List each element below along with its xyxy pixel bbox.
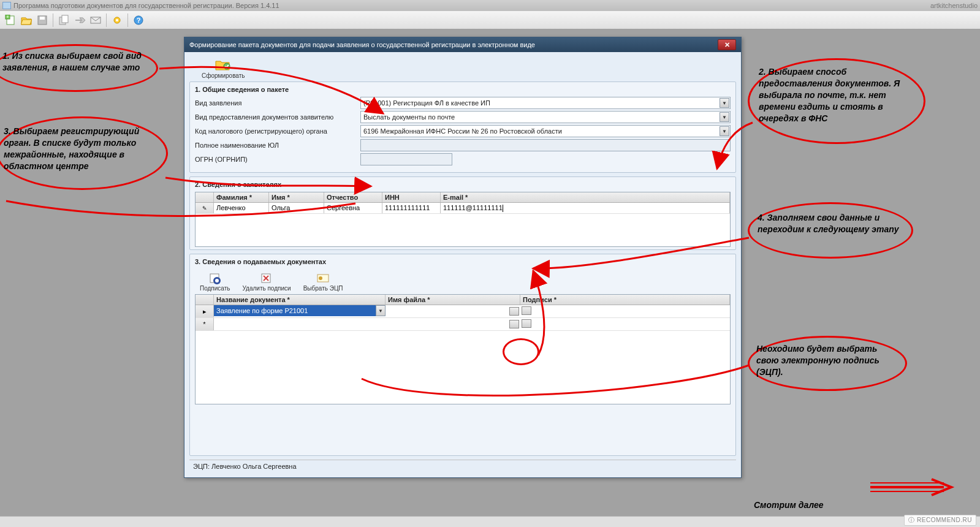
form-button[interactable]: Сформировать — [202, 56, 245, 79]
section-3-title: 3. Сведения о подаваемых документах — [195, 258, 731, 265]
svg-point-9 — [116, 19, 118, 21]
seal-icon — [208, 271, 222, 285]
annotation-2: 2. Выбираем способ предоставления докуме… — [759, 66, 916, 124]
document-row-new[interactable]: * — [196, 318, 730, 331]
certificate-icon — [316, 271, 330, 285]
new-file-icon[interactable]: + — [4, 13, 17, 27]
footer-scrollbar[interactable] — [0, 516, 980, 527]
app-title: Программа подготовки документов для госу… — [13, 2, 279, 9]
file-button[interactable] — [509, 307, 519, 316]
section-2-title: 2. Сведения о заявителях — [195, 181, 731, 188]
file-button[interactable] — [509, 320, 519, 328]
application-type-dropdown[interactable]: (Р21001) Регистрация ФЛ в качестве ИП ▼ — [360, 97, 731, 109]
col-doc-name: Название документа * — [214, 295, 386, 305]
svg-rect-4 — [40, 17, 45, 20]
col-firstname: Имя * — [269, 192, 324, 202]
chevron-down-icon[interactable]: ▼ — [720, 112, 729, 122]
select-ecp-button[interactable]: Выбрать ЭЦП — [303, 271, 343, 292]
tax-office-dropdown[interactable]: 6196 Межрайонная ИФНС России № 26 по Рос… — [360, 125, 731, 137]
field-label-ogrn: ОГРН (ОГРНИП) — [195, 156, 360, 163]
col-lastname: Фамилия * — [214, 192, 269, 202]
signature-button[interactable] — [522, 319, 531, 328]
svg-point-20 — [319, 276, 322, 280]
applicants-grid[interactable]: Фамилия * Имя * Отчество ИНН E-mail * ✎ … — [195, 192, 731, 247]
save-icon[interactable] — [36, 13, 49, 27]
field-label-tax-office: Код налогового (регистрирующего) органа — [195, 127, 360, 135]
annotation-1: 1. Из списка выбираем свой вид заявления… — [2, 50, 150, 74]
chevron-down-icon[interactable]: ▼ — [376, 305, 386, 316]
delete-sign-icon — [259, 271, 274, 285]
col-email: E-mail * — [441, 192, 730, 202]
annotation-4: 4. Заполняем свои данные и переходим к с… — [758, 212, 905, 235]
section-3: 3. Сведения о подаваемых документах Подп… — [189, 254, 736, 456]
col-file-name: Имя файла * — [386, 295, 520, 305]
ecp-status: ЭЦП: Левченко Ольга Сергеевна — [193, 463, 297, 470]
app-titlebar: Программа подготовки документов для госу… — [0, 0, 980, 11]
section-1-title: 1. Общие сведения о пакете — [195, 86, 731, 93]
status-bar: ЭЦП: Левченко Ольга Сергеевна — [189, 460, 736, 472]
top-right-label: artkitchenstudio — [930, 2, 978, 9]
annotation-ellipse-ecp — [503, 338, 539, 365]
sign-button[interactable]: Подписать — [200, 271, 230, 292]
col-patronymic: Отчество — [324, 192, 382, 202]
main-toolbar: + ? — [0, 11, 980, 29]
full-name-field — [360, 139, 731, 151]
field-label-application-type: Вид заявления — [195, 99, 360, 107]
svg-point-15 — [215, 279, 219, 282]
ogrn-field — [360, 153, 452, 165]
applicant-row[interactable]: ✎ Левченко Ольга Сергеевна 111111111111 … — [196, 203, 730, 214]
annotation-6: Смотрим далее — [754, 499, 824, 511]
svg-text:?: ? — [137, 17, 141, 24]
monitor-icon — [2, 2, 11, 9]
section-2: 2. Сведения о заявителях Фамилия * Имя *… — [189, 176, 736, 250]
remove-signatures-button[interactable]: Удалить подписи — [243, 271, 291, 292]
gear-icon[interactable] — [110, 13, 124, 27]
document-row[interactable]: ▸ Заявление по форме Р21001▼ — [196, 305, 730, 318]
dialog-titlebar[interactable]: Формирование пакета документов для подач… — [184, 37, 741, 52]
section-1: 1. Общие сведения о пакете Вид заявления… — [189, 82, 736, 173]
annotation-3: 3. Выбираем регистрирующий орган. В спис… — [4, 126, 163, 172]
field-label-full-name: Полное наименование ЮЛ — [195, 142, 360, 149]
form-folder-icon — [215, 56, 232, 71]
signature-button[interactable] — [522, 306, 531, 315]
dialog-title: Формирование пакета документов для подач… — [189, 41, 535, 48]
close-button[interactable]: ✕ — [718, 39, 736, 50]
help-icon[interactable]: ? — [132, 13, 145, 27]
copy-icon[interactable] — [57, 13, 70, 27]
delivery-type-dropdown[interactable]: Выслать документы по почте ▼ — [360, 111, 731, 123]
svg-rect-6 — [62, 15, 68, 23]
mail-icon[interactable] — [89, 13, 102, 27]
documents-grid[interactable]: Название документа * Имя файла * Подписи… — [195, 294, 731, 404]
dialog-toolbar: Сформировать — [189, 55, 736, 82]
form-button-label: Сформировать — [202, 72, 245, 79]
field-label-delivery-type: Вид предоставления документов заявителю — [195, 113, 360, 121]
open-folder-icon[interactable] — [20, 13, 33, 27]
col-inn: ИНН — [382, 192, 441, 202]
forward-icon[interactable] — [73, 13, 86, 27]
dialog-window: Формирование пакета документов для подач… — [184, 37, 742, 478]
chevron-down-icon[interactable]: ▼ — [720, 98, 729, 108]
watermark: ⓘ RECOMMEND.RU — [904, 515, 976, 526]
annotation-5: Неоходимо будет выбрать свою электронную… — [756, 343, 901, 378]
col-signatures: Подписи * — [520, 295, 730, 305]
chevron-down-icon[interactable]: ▼ — [720, 126, 729, 136]
svg-text:+: + — [6, 15, 9, 20]
